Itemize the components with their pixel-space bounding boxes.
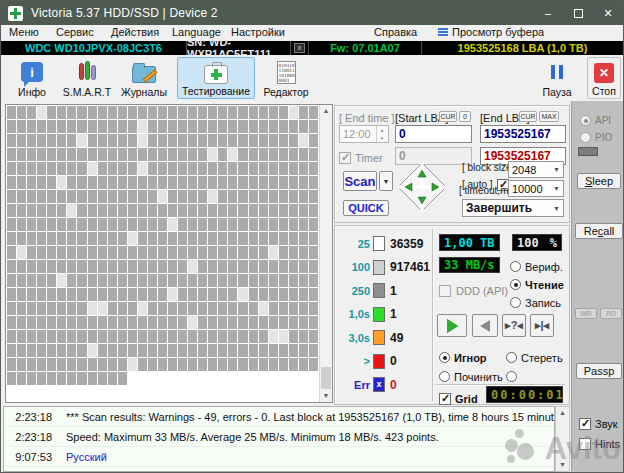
scan-block xyxy=(148,148,157,161)
scan-block xyxy=(198,330,207,343)
scan-block xyxy=(47,190,56,203)
scan-block xyxy=(128,358,137,371)
stop-button[interactable]: ✕ Стоп xyxy=(587,57,621,99)
wr-button[interactable]: WR xyxy=(575,308,597,319)
scan-block xyxy=(218,260,227,273)
scan-block xyxy=(289,302,298,315)
smart-button[interactable]: S.M.A.R.T xyxy=(59,57,115,99)
logs-button[interactable]: Журналы xyxy=(117,57,171,99)
binary-document-icon: 010110 110011 101000 0001 xyxy=(273,59,299,85)
scan-block xyxy=(88,134,97,147)
scan-block xyxy=(17,344,26,357)
block-size-select[interactable]: 2048▼ xyxy=(508,161,564,178)
seek-diamond-pad[interactable] xyxy=(397,162,447,212)
log-row[interactable]: 9:07:53Русский xyxy=(4,447,554,467)
grid-checkbox[interactable]: Grid xyxy=(439,389,478,407)
maximize-button[interactable] xyxy=(563,1,593,25)
scan-block xyxy=(27,358,36,371)
close-button[interactable]: ✕ xyxy=(593,1,623,25)
scan-block xyxy=(98,288,107,301)
menu-item-buffer-view[interactable]: Просмотр буфера xyxy=(452,26,544,38)
sound-checkbox[interactable]: Звук xyxy=(579,414,618,432)
scan-block xyxy=(178,204,187,217)
info-button[interactable]: i Инфо xyxy=(9,57,55,99)
end-lba-cur-button[interactable]: CUR xyxy=(519,111,537,122)
grid-scrollbar[interactable]: ▲ ▼ xyxy=(319,105,332,402)
passp-button[interactable]: Passp xyxy=(576,363,622,379)
scan-block xyxy=(289,148,298,161)
minimize-button[interactable]: – xyxy=(533,1,563,25)
menu-item-menu[interactable]: Меню xyxy=(9,26,39,38)
scan-dropdown-button[interactable]: ▼ xyxy=(379,171,393,191)
scan-block xyxy=(57,176,66,189)
scan-block xyxy=(249,302,258,315)
hints-checkbox[interactable]: Hints xyxy=(579,434,620,452)
log-row[interactable]: 2:23:18*** Scan results: Warnings - 49, … xyxy=(4,407,554,427)
end-lba-max-button[interactable]: MAX xyxy=(539,111,559,122)
scan-block xyxy=(57,288,66,301)
rd-button[interactable]: RD xyxy=(600,308,622,319)
ddd-checkbox[interactable]: DDD (API) xyxy=(439,281,508,299)
start-lba-input[interactable]: 0 xyxy=(395,125,472,143)
repair-radio[interactable]: Починить xyxy=(439,367,503,385)
menu-item-actions[interactable]: Действия xyxy=(111,26,159,38)
scan-block xyxy=(188,120,197,133)
play-button[interactable] xyxy=(437,314,467,337)
seek-random-button[interactable]: ▸?◂ xyxy=(502,314,526,337)
scan-block xyxy=(108,162,117,175)
verify-radio[interactable]: Вериф. xyxy=(510,257,563,275)
log-scroll-up-icon[interactable]: ▲ xyxy=(556,407,569,419)
pause-button[interactable]: Пауза xyxy=(535,57,579,99)
stat-row: Errx0 xyxy=(337,377,430,392)
scan-block xyxy=(188,218,197,231)
after-scan-action-select[interactable]: Завершить▼ xyxy=(462,199,564,217)
write-radio[interactable]: Запись xyxy=(510,293,561,311)
scan-block xyxy=(27,176,36,189)
sleep-button[interactable]: Sleep xyxy=(577,173,621,189)
log-scroll-down-icon[interactable]: ▼ xyxy=(556,459,569,471)
read-radio[interactable]: Чтение xyxy=(510,275,564,293)
scan-block xyxy=(279,162,288,175)
api-radio[interactable]: API xyxy=(580,111,611,129)
pio-radio[interactable]: PIO xyxy=(580,128,612,146)
scan-block xyxy=(47,274,56,287)
log-panel: 2:23:18*** Scan results: Warnings - 49, … xyxy=(3,406,555,472)
scan-block xyxy=(128,134,137,147)
scan-block xyxy=(188,358,197,371)
scan-block xyxy=(218,288,227,301)
step-back-button[interactable] xyxy=(472,314,498,337)
menu-item-help[interactable]: Справка xyxy=(374,26,417,38)
scan-block xyxy=(228,260,237,273)
erase-radio[interactable]: Стереть xyxy=(506,348,563,366)
start-lba-zero-button[interactable]: 0 xyxy=(459,111,471,122)
scan-block xyxy=(118,372,127,385)
scan-block xyxy=(259,260,268,273)
quick-button[interactable]: QUICK xyxy=(343,200,389,216)
editor-button[interactable]: 010110 110011 101000 0001 Редактор xyxy=(259,57,313,99)
scan-button[interactable]: Scan xyxy=(343,171,377,191)
timer-checkbox[interactable]: Timer xyxy=(339,148,383,166)
log-scrollbar[interactable]: ▲ ▼ xyxy=(555,406,570,472)
test-button[interactable]: Тестирование xyxy=(177,57,255,99)
recall-button[interactable]: Recall xyxy=(575,223,623,239)
scan-block xyxy=(289,358,298,371)
scroll-down-icon[interactable]: ▼ xyxy=(320,390,332,402)
ignore-radio[interactable]: Игнор xyxy=(439,348,487,366)
log-row[interactable]: 2:23:18Speed: Maximum 33 MB/s. Average 2… xyxy=(4,427,554,447)
device-close-box[interactable]: x xyxy=(291,41,309,55)
scan-block xyxy=(178,344,187,357)
menu-item-service[interactable]: Сервис xyxy=(56,26,94,38)
scroll-up-icon[interactable]: ▲ xyxy=(320,105,332,117)
timeout-select[interactable]: 10000▼ xyxy=(508,180,564,197)
seek-end-button[interactable]: ▸|◂ xyxy=(530,314,554,337)
end-lba-input[interactable]: 1953525167 xyxy=(480,125,566,143)
scan-block xyxy=(158,316,167,329)
scan-block xyxy=(77,246,86,259)
scan-block xyxy=(249,288,258,301)
scan-block xyxy=(309,162,318,175)
scan-block xyxy=(118,120,127,133)
grid-scroll-thumb[interactable] xyxy=(321,367,331,389)
start-lba-cur-button[interactable]: CUR xyxy=(439,111,457,122)
end-time-spinner[interactable]: 12:00▲▼ xyxy=(339,125,389,143)
scan-block xyxy=(138,162,147,175)
